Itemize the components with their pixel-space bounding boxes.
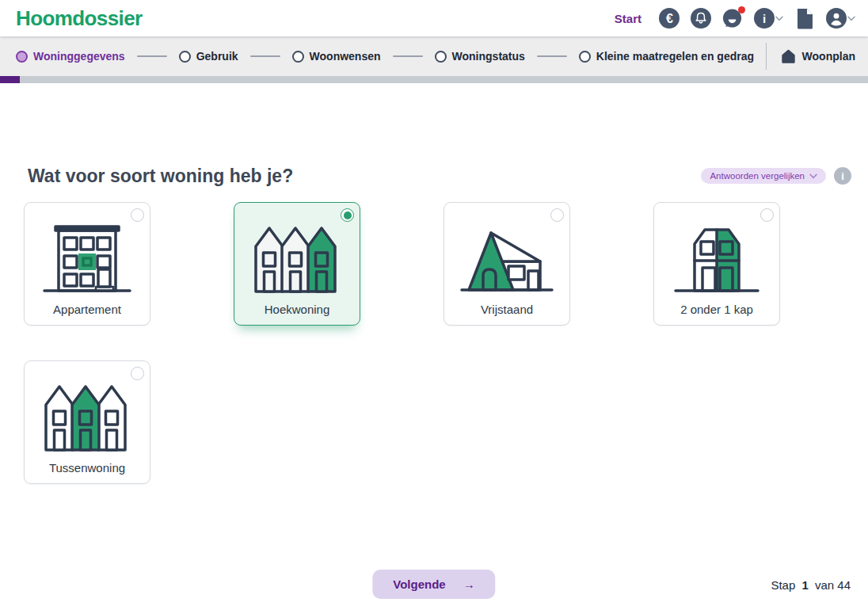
progress-bar-track bbox=[0, 76, 868, 83]
stepper-divider bbox=[766, 43, 767, 70]
step-radio-icon bbox=[179, 51, 191, 63]
top-header: Hoomdossier Start € bbox=[0, 0, 868, 36]
chevron-down-icon bbox=[847, 16, 855, 21]
housing-type-options: Appartement Hoekwoning bbox=[24, 202, 780, 484]
step-counter-suffix: van 44 bbox=[815, 578, 851, 592]
step-label: Kleine maatregelen en gedrag bbox=[596, 50, 754, 63]
option-label: Appartement bbox=[25, 303, 150, 316]
step-kleine-maatregelen[interactable]: Kleine maatregelen en gedrag bbox=[579, 50, 754, 63]
option-card-vrijstaand[interactable]: Vrijstaand bbox=[444, 202, 570, 326]
notification-badge bbox=[738, 6, 745, 13]
hoekwoning-illustration bbox=[249, 220, 345, 293]
profile-icon[interactable] bbox=[826, 8, 847, 29]
step-label: Woningstatus bbox=[452, 50, 525, 63]
option-label: 2 onder 1 kap bbox=[654, 303, 779, 316]
chevron-down-icon bbox=[775, 16, 783, 21]
info-glyph: i bbox=[763, 12, 766, 25]
step-radio-icon bbox=[292, 51, 304, 63]
chat-icon[interactable] bbox=[722, 8, 743, 29]
compare-row: Antwoorden vergelijken i bbox=[701, 167, 851, 185]
compare-answers-label: Antwoorden vergelijken bbox=[710, 171, 805, 181]
option-card-appartement[interactable]: Appartement bbox=[24, 202, 150, 326]
option-card-2onder1kap[interactable]: 2 onder 1 kap bbox=[653, 202, 780, 326]
step-radio-icon bbox=[16, 51, 28, 63]
step-label: Woonwensen bbox=[310, 50, 381, 63]
header-actions: Start € bbox=[615, 8, 868, 29]
vrijstaand-illustration bbox=[459, 220, 554, 293]
twee-onder-een-kap-illustration bbox=[669, 220, 764, 293]
progress-stepper: Woninggegevens Gebruik Woonwensen Woning… bbox=[0, 36, 868, 76]
step-separator bbox=[537, 55, 567, 57]
step-gebruik[interactable]: Gebruik bbox=[179, 50, 238, 63]
question-info-icon[interactable]: i bbox=[834, 167, 851, 185]
next-button-label: Volgende bbox=[393, 577, 445, 591]
step-separator bbox=[137, 55, 167, 57]
hoomdossier-logo[interactable]: Hoomdossier bbox=[16, 6, 143, 31]
bell-icon[interactable] bbox=[691, 8, 711, 29]
option-label: Vrijstaand bbox=[444, 303, 569, 316]
step-woonwensen[interactable]: Woonwensen bbox=[292, 50, 381, 63]
step-radio-icon bbox=[579, 51, 591, 63]
option-label: Tussenwoning bbox=[25, 461, 150, 475]
document-icon[interactable] bbox=[794, 8, 815, 29]
step-counter-prefix: Stap bbox=[771, 578, 795, 592]
step-label: Woninggegevens bbox=[33, 50, 125, 63]
arrow-right-icon: → bbox=[463, 577, 475, 591]
step-counter-current: 1 bbox=[801, 578, 808, 592]
step-separator bbox=[250, 55, 280, 57]
step-woningstatus[interactable]: Woningstatus bbox=[435, 50, 525, 63]
page-title: Wat voor soort woning heb je? bbox=[28, 166, 293, 187]
info-menu[interactable]: i bbox=[754, 8, 783, 29]
step-woninggegevens[interactable]: Woninggegevens bbox=[16, 50, 125, 63]
house-icon bbox=[781, 49, 796, 63]
progress-bar-fill bbox=[0, 76, 20, 83]
step-counter: Stap 1 van 44 bbox=[771, 578, 851, 592]
euro-icon[interactable]: € bbox=[659, 8, 680, 29]
step-label: Gebruik bbox=[196, 50, 238, 63]
appartement-illustration bbox=[40, 220, 135, 293]
step-radio-icon bbox=[435, 51, 447, 63]
step-separator bbox=[393, 55, 423, 57]
option-label: Hoekwoning bbox=[234, 303, 360, 316]
option-card-tussenwoning[interactable]: Tussenwoning bbox=[24, 360, 150, 484]
page: Hoomdossier Start € bbox=[0, 0, 868, 606]
euro-glyph: € bbox=[666, 12, 673, 25]
woonplan-label: Woonplan bbox=[802, 50, 855, 63]
next-button[interactable]: Volgende → bbox=[372, 570, 495, 599]
option-card-hoekwoning[interactable]: Hoekwoning bbox=[234, 202, 360, 326]
tussenwoning-illustration bbox=[40, 379, 135, 452]
start-link[interactable]: Start bbox=[615, 12, 641, 25]
profile-menu[interactable] bbox=[826, 8, 855, 29]
info-icon[interactable]: i bbox=[754, 8, 775, 29]
woonplan-link[interactable]: Woonplan bbox=[781, 49, 855, 63]
chevron-down-icon bbox=[809, 173, 817, 179]
compare-answers-button[interactable]: Antwoorden vergelijken bbox=[701, 168, 826, 184]
